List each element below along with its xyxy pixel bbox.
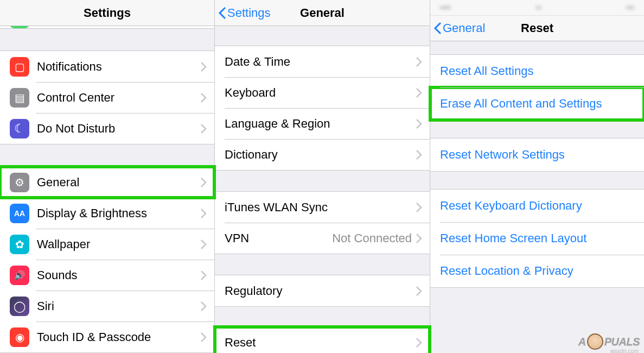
row-sounds[interactable]: 🔊 Sounds [0, 260, 214, 291]
chevron-right-icon [416, 234, 422, 243]
row-value: Not Connected [332, 231, 412, 245]
row-reset-all-settings[interactable]: Reset All Settings [430, 55, 644, 87]
watermark-url: wsxdn.com [610, 348, 639, 353]
row-label: Regulatory [225, 284, 416, 298]
status-left: •••• [440, 3, 451, 12]
chevron-left-icon [218, 7, 226, 20]
back-label: Settings [227, 6, 271, 20]
row-itunes-wlan-sync[interactable]: iTunes WLAN Sync [215, 192, 430, 223]
watermark-face-icon [587, 333, 603, 350]
row-reset-keyboard-dictionary[interactable]: Reset Keyboard Dictionary [430, 190, 644, 222]
reset-group-1: Reset All Settings Erase All Content and… [430, 54, 644, 121]
back-button-settings[interactable]: Settings [218, 6, 271, 20]
row-notifications[interactable]: ▢ Notifications [0, 51, 214, 82]
row-label: Reset All Settings [440, 64, 636, 78]
row-vpn[interactable]: VPN Not Connected [215, 223, 430, 254]
general-group-1: Date & Time Keyboard Language & Region D… [215, 46, 430, 171]
chevron-right-icon [201, 178, 207, 187]
page-title: Settings [84, 6, 131, 20]
row-reset-home-screen-layout[interactable]: Reset Home Screen Layout [430, 222, 644, 255]
wallpaper-icon: ✿ [10, 235, 29, 254]
row-general[interactable]: ⚙ General [0, 167, 214, 198]
do-not-disturb-icon: ☾ [10, 119, 29, 138]
row-regulatory[interactable]: Regulatory [215, 275, 430, 306]
general-pane: Settings General Date & Time Keyboard La… [215, 0, 430, 353]
row-date-time[interactable]: Date & Time [215, 46, 430, 77]
chevron-right-icon [201, 209, 207, 218]
row-touch-id-passcode[interactable]: ◉ Touch ID & Passcode [0, 322, 214, 352]
general-group-2: iTunes WLAN Sync VPN Not Connected [215, 191, 430, 254]
touch-id-icon: ◉ [10, 327, 29, 347]
back-button-general[interactable]: General [433, 21, 485, 35]
general-icon: ⚙ [10, 173, 29, 192]
page-title: General [300, 6, 345, 20]
row-wallpaper[interactable]: ✿ Wallpaper [0, 229, 214, 260]
row-reset-location-privacy[interactable]: Reset Location & Privacy [430, 255, 644, 287]
reset-group-2: Reset Network Settings [430, 138, 644, 172]
chevron-left-icon [433, 22, 442, 35]
chevron-right-icon [201, 62, 207, 72]
general-group-3: Regulatory [215, 275, 430, 307]
row-label: Reset [225, 336, 416, 350]
row-label: Reset Network Settings [440, 148, 636, 162]
airplane-mode-icon [10, 26, 29, 28]
chevron-right-icon [416, 88, 422, 98]
row-keyboard[interactable]: Keyboard [215, 77, 430, 108]
row-label: Touch ID & Passcode [37, 330, 201, 344]
row-label: Dictionary [225, 148, 416, 162]
page-title: Reset [521, 21, 553, 35]
row-label: Notifications [37, 60, 201, 74]
reset-group-3: Reset Keyboard Dictionary Reset Home Scr… [430, 189, 644, 288]
chevron-right-icon [416, 286, 422, 296]
navbar-reset: General Reset [430, 15, 644, 41]
row-label: Display & Brightness [37, 206, 201, 220]
row-label: Wallpaper [37, 237, 201, 251]
row-label: VPN [225, 231, 332, 245]
row-label: Language & Region [225, 117, 416, 131]
row-siri[interactable]: ◯ Siri [0, 291, 214, 322]
siri-icon: ◯ [10, 297, 29, 316]
row-reset-network-settings[interactable]: Reset Network Settings [430, 138, 644, 171]
row-label: Control Center [37, 91, 201, 105]
settings-list-1: ▢ Notifications ▤ Control Center ☾ Do No… [0, 51, 214, 144]
settings-root-pane: Settings ▢ Notifications ▤ Control Cente… [0, 0, 215, 353]
row-do-not-disturb[interactable]: ☾ Do Not Disturb [0, 113, 214, 144]
watermark-logo: A PUALS [578, 333, 640, 350]
control-center-icon: ▤ [10, 88, 29, 108]
chevron-right-icon [416, 57, 422, 67]
back-label: General [443, 21, 485, 35]
chevron-right-icon [201, 332, 207, 342]
chevron-right-icon [416, 119, 422, 129]
row-label: iTunes WLAN Sync [225, 200, 416, 215]
notifications-icon: ▢ [10, 57, 29, 77]
row-label: Reset Keyboard Dictionary [440, 199, 636, 213]
row-label: Do Not Disturb [37, 122, 201, 136]
navbar-settings: Settings [0, 0, 214, 26]
chevron-right-icon [201, 93, 207, 103]
row-reset[interactable]: Reset [215, 327, 430, 353]
watermark-pre: A [578, 336, 586, 348]
watermark-post: PUALS [604, 336, 640, 348]
chevron-right-icon [416, 338, 422, 348]
reset-pane: •••• •• ••• General Reset Reset All Sett… [430, 0, 644, 353]
chevron-right-icon [201, 301, 207, 311]
row-erase-all-content-settings[interactable]: Erase All Content and Settings [430, 87, 644, 120]
sounds-icon: 🔊 [10, 266, 29, 285]
row-label: General [37, 175, 201, 190]
row-label: Sounds [37, 268, 201, 282]
row-label: Keyboard [225, 86, 416, 100]
row-dictionary[interactable]: Dictionary [215, 139, 430, 170]
display-brightness-icon: AA [10, 204, 29, 223]
status-bar: •••• •• ••• [430, 0, 644, 15]
row-label: Siri [37, 299, 201, 313]
row-label: Reset Location & Privacy [440, 264, 636, 278]
row-display-brightness[interactable]: AA Display & Brightness [0, 198, 214, 229]
row-label: Reset Home Screen Layout [440, 231, 636, 245]
chevron-right-icon [201, 239, 207, 249]
general-group-4: Reset [215, 326, 430, 353]
row-control-center[interactable]: ▤ Control Center [0, 82, 214, 113]
chevron-right-icon [201, 124, 207, 134]
navbar-general: Settings General [215, 0, 430, 26]
status-right: ••• [626, 3, 634, 12]
row-language-region[interactable]: Language & Region [215, 108, 430, 139]
